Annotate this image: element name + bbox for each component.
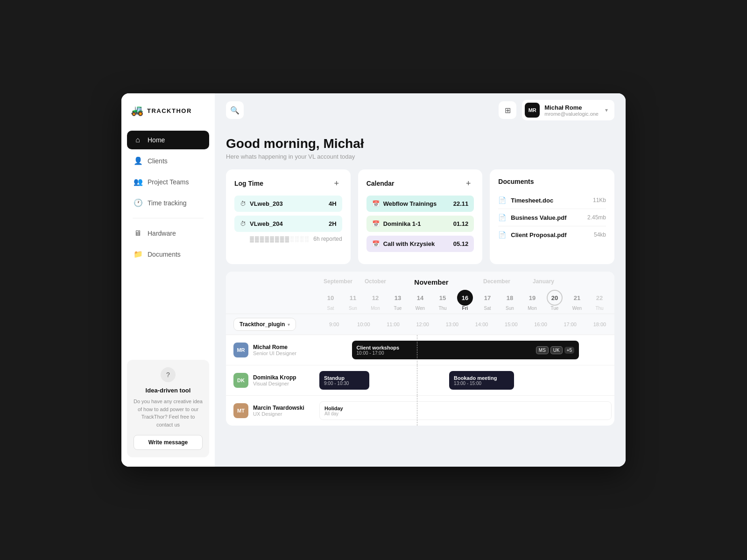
doc-item: 📄 Timesheet.doc 11Kb: [498, 192, 606, 209]
cal-date: 05.12: [453, 240, 469, 247]
month-label-sep: September: [319, 278, 357, 286]
calendar-event-icon: 📅: [372, 220, 380, 227]
main-area: 🔍 ⊞ MR Michał Rome mrome@valuelogic.one …: [215, 93, 626, 467]
event-block-standup: Standup 9:00 - 10:30: [319, 371, 369, 390]
log-time-header: Log Time +: [234, 178, 342, 189]
now-line: [417, 335, 417, 365]
cal-item-left: 📅 Call with Krzysiek: [372, 240, 435, 247]
day-label: Mon: [528, 306, 536, 311]
content: Good morning, Michał Here whats happenin…: [215, 127, 626, 467]
day-label: Tue: [551, 306, 559, 311]
user-profile[interactable]: MR Michał Rome mrome@valuelogic.one ▾: [522, 100, 614, 120]
greeting-title: Good morning, Michał: [226, 136, 614, 151]
user-email: mrome@valuelogic.one: [544, 111, 599, 117]
event-title: Standup: [324, 375, 365, 381]
doc-name: Client Proposal.pdf: [511, 231, 566, 238]
avatar: DK: [233, 373, 248, 388]
day-item: 13 Tue: [387, 290, 409, 311]
sidebar-item-project-teams[interactable]: 👥 Project Teams: [127, 172, 209, 191]
sidebar-bottom: ? Idea-driven tool Do you have any creat…: [121, 352, 215, 467]
write-message-button[interactable]: Write message: [134, 435, 203, 450]
sidebar-item-home[interactable]: ⌂ Home: [127, 131, 209, 149]
day-num-outlined: 20: [547, 290, 563, 306]
day-label: Wen: [416, 306, 425, 311]
log-name: VLweb_204: [250, 220, 283, 227]
log-item-left: ⏱ VLweb_203: [240, 200, 283, 207]
search-button[interactable]: 🔍: [226, 101, 244, 119]
log-hours: 4H: [329, 200, 337, 207]
home-icon: ⌂: [134, 136, 142, 144]
person-info: DK Dominika Kropp Visual Designer: [226, 367, 319, 393]
calendar-event-icon: 📅: [372, 200, 380, 207]
day-item-today: 16 Fri: [454, 290, 476, 311]
doc-item: 📄 Client Proposal.pdf 54kb: [498, 226, 606, 243]
documents-nav-icon: 📁: [134, 250, 142, 259]
header-right: ⊞ MR Michał Rome mrome@valuelogic.one ▾: [499, 100, 614, 120]
calendar-add-button[interactable]: +: [463, 178, 474, 189]
sidebar-item-documents[interactable]: 📁 Documents: [127, 245, 209, 264]
calendar-event-icon: 📅: [372, 240, 380, 247]
avatar: MT: [233, 403, 248, 418]
calendar-card-header: Calendar +: [366, 178, 474, 189]
doc-item-left: 📄 Business Value.pdf: [498, 214, 566, 221]
sidebar-item-label: Documents: [148, 251, 181, 258]
event-time: All day: [324, 411, 606, 416]
nav-section: ⌂ Home 👤 Clients 👥 Project Teams 🕐 Time …: [121, 126, 215, 352]
timeline-row: MT Marcin Twardowski UX Designer Holiday…: [226, 396, 614, 426]
timeline-row: MR Michał Rome Senior UI Designer Client…: [226, 335, 614, 365]
logo-area: 🚜 TRACKTHOR: [121, 93, 215, 126]
event-title: Client workshops: [357, 345, 400, 350]
cal-name: Dominika 1-1: [383, 220, 421, 227]
now-line: [417, 365, 417, 395]
day-num: 11: [345, 290, 361, 306]
avatar: MR: [525, 103, 540, 118]
idea-title: Idea-driven tool: [134, 387, 203, 394]
log-clock-icon: ⏱: [240, 200, 246, 207]
person-name: Michał Rome: [253, 344, 296, 350]
user-name: Michał Rome: [544, 104, 599, 111]
day-item: 15 Thu: [431, 290, 454, 311]
day-label: Tue: [394, 306, 402, 311]
project-selector[interactable]: Trackthor_plugin ▾: [233, 318, 296, 331]
hardware-icon: 🖥: [134, 229, 142, 238]
sidebar-item-time-tracking[interactable]: 🕐 Time tracking: [127, 193, 209, 212]
timeline-events: Holiday All day: [319, 396, 614, 426]
sidebar-item-clients[interactable]: 👤 Clients: [127, 151, 209, 170]
attendee-more: +5: [564, 347, 574, 354]
day-item: 18 Sun: [499, 290, 521, 311]
documents-card: Documents 📄 Timesheet.doc 11Kb 📄 Busines…: [490, 169, 614, 264]
person-name: Dominika Kropp: [253, 374, 296, 381]
calendar-item: 📅 Call with Krzysiek 05.12: [366, 236, 474, 252]
day-label: Mon: [371, 306, 380, 311]
day-num: 21: [569, 290, 585, 306]
sidebar-item-label: Home: [148, 136, 165, 144]
day-num: 14: [412, 290, 428, 306]
logo-icon: 🚜: [131, 105, 143, 117]
day-label: Thu: [438, 306, 446, 311]
nav-divider: [133, 218, 204, 218]
person-role: UX Designer: [253, 411, 304, 417]
day-num-today: 16: [457, 290, 473, 306]
time-label: 9:00: [319, 322, 349, 327]
timeline-events: Standup 9:00 - 10:30 Bookado meeting 13:…: [319, 365, 614, 395]
log-time-title: Log Time: [234, 180, 263, 187]
progress-dots: ▓▓▓▓▓▓▓▓░░░░: [250, 236, 310, 242]
timeline-header: Trackthor_plugin ▾ 9:00 10:00 11:00 12:0…: [226, 314, 614, 335]
day-item: 17 Sat: [476, 290, 499, 311]
day-item: 14 Wen: [409, 290, 431, 311]
person-info: MR Michał Rome Senior UI Designer: [226, 337, 319, 363]
sidebar-item-hardware[interactable]: 🖥 Hardware: [127, 224, 209, 243]
event-title: Bookado meeting: [454, 375, 509, 381]
day-num: 15: [435, 290, 451, 306]
grid-view-button[interactable]: ⊞: [499, 101, 516, 119]
doc-icon: 📄: [498, 214, 506, 221]
day-num: 22: [592, 290, 607, 306]
event-attendees: MS UK +5: [536, 346, 574, 354]
day-num: 10: [323, 290, 338, 306]
cards-row: Log Time + ⏱ VLweb_203 4H ⏱ VLweb_204: [226, 169, 614, 264]
doc-item-left: 📄 Client Proposal.pdf: [498, 231, 566, 238]
day-label: Fri: [462, 306, 468, 311]
log-time-add-button[interactable]: +: [331, 178, 342, 189]
day-item-outlined: 20 Tue: [543, 290, 566, 311]
event-title: Holiday: [324, 406, 606, 411]
